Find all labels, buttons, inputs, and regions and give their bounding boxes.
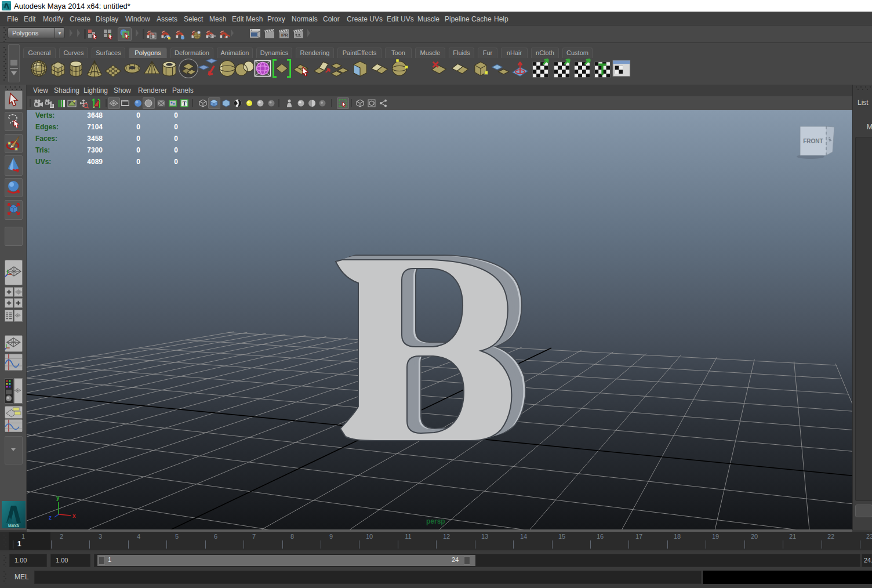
svg-text:z: z (49, 514, 52, 521)
svg-text:Faces:: Faces: (35, 135, 57, 143)
svg-text:0: 0 (136, 111, 140, 119)
svg-text:IPR: IPR (281, 33, 288, 37)
svg-text:0: 0 (174, 158, 178, 166)
svg-text:0: 0 (136, 123, 140, 131)
svg-text:x: x (72, 513, 76, 519)
svg-text:FRONT: FRONT (803, 138, 823, 144)
svg-text:y: y (56, 495, 60, 501)
svg-text:0: 0 (174, 123, 178, 131)
svg-text:UVs:: UVs: (35, 158, 51, 166)
svg-text:0: 0 (174, 146, 178, 154)
svg-text:0: 0 (136, 146, 140, 154)
svg-text:7104: 7104 (87, 123, 103, 131)
svg-text:T: T (183, 100, 187, 107)
svg-text:0: 0 (136, 135, 140, 143)
svg-text:persp: persp (426, 517, 445, 525)
svg-text:Verts:: Verts: (35, 111, 54, 119)
svg-text:MAYA: MAYA (8, 524, 19, 528)
svg-text:3648: 3648 (87, 111, 103, 119)
svg-text:Edges:: Edges: (35, 123, 59, 131)
svg-text:0: 0 (174, 135, 178, 143)
svg-text:Tris:: Tris: (35, 146, 50, 154)
svg-text:3458: 3458 (87, 135, 103, 143)
svg-text:0: 0 (174, 111, 178, 119)
svg-text:7300: 7300 (87, 146, 103, 154)
svg-text:4089: 4089 (87, 158, 103, 166)
svg-text:0: 0 (136, 158, 140, 166)
